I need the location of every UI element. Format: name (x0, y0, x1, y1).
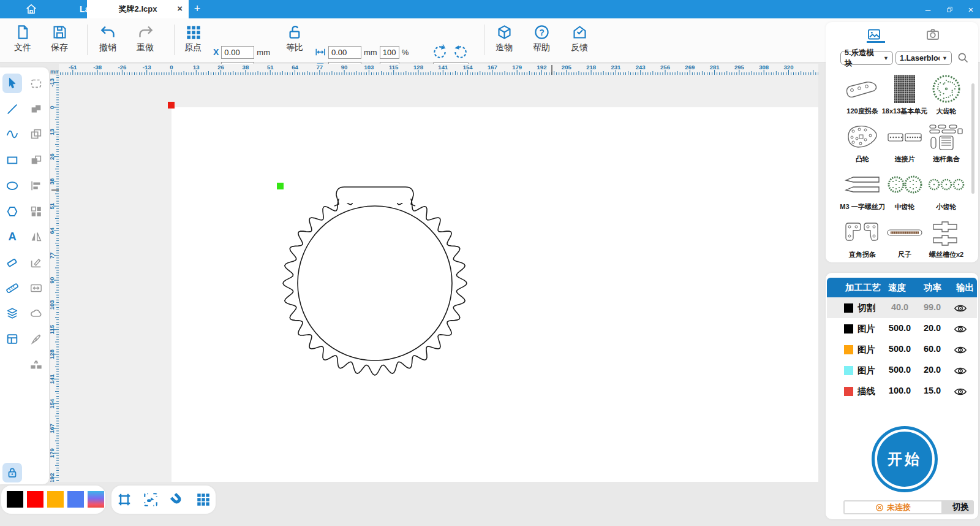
layer-color-swatch[interactable] (844, 345, 853, 354)
color-gradient[interactable] (88, 491, 104, 508)
eraser-tool[interactable] (2, 253, 22, 272)
layers-tool[interactable] (2, 303, 22, 323)
tab-library-images[interactable] (867, 27, 885, 43)
rectangle-tool[interactable] (2, 150, 22, 170)
output-visibility-toggle[interactable] (954, 322, 967, 335)
output-visibility-toggle[interactable] (954, 302, 967, 314)
width-input[interactable] (328, 46, 361, 59)
mirror-tool[interactable] (26, 227, 46, 246)
curve-tool[interactable] (2, 124, 22, 144)
library-item[interactable]: 螺丝槽位x2 (925, 216, 967, 262)
weld-tool[interactable] (26, 99, 46, 119)
fit-selection-icon[interactable] (143, 492, 159, 508)
expand-tool[interactable] (26, 278, 46, 298)
library-item[interactable]: 中齿轮 (884, 168, 925, 215)
power-value[interactable]: 60.0 (917, 344, 948, 354)
process-row[interactable]: 图片500.060.0 (827, 339, 977, 360)
library-item[interactable]: 连接片 (884, 120, 925, 167)
color-orange[interactable] (47, 491, 64, 508)
speed-value[interactable]: 500.0 (884, 323, 915, 333)
new-tab-button[interactable]: + (191, 2, 203, 15)
process-row[interactable]: 图片500.020.0 (827, 360, 977, 381)
drawing-canvas[interactable] (59, 75, 818, 482)
save-button[interactable]: 保存 (42, 24, 77, 53)
power-value[interactable]: 20.0 (917, 365, 948, 375)
angle-draw-tool[interactable] (26, 253, 46, 272)
window-minimize-button[interactable]: – (918, 0, 938, 18)
tab-close-icon[interactable]: × (177, 3, 183, 13)
power-value[interactable]: 99.0 (917, 302, 948, 312)
ellipse-tool[interactable] (2, 176, 22, 196)
work-area[interactable] (172, 107, 818, 482)
layer-color-swatch[interactable] (844, 324, 853, 334)
select-tool[interactable] (2, 74, 22, 93)
process-row[interactable]: 描线100.015.0 (827, 381, 977, 402)
layer-color-swatch[interactable] (844, 387, 853, 396)
proportional-lock-button[interactable]: 等比 (277, 24, 312, 53)
library-scrollbar[interactable] (971, 83, 974, 194)
library-item[interactable]: 120度拐条 (842, 72, 883, 119)
tab-camera[interactable] (925, 27, 944, 43)
subtract-tool[interactable] (26, 150, 46, 170)
break-apart-tool[interactable] (26, 355, 46, 375)
feedback-button[interactable]: 反馈 (562, 24, 597, 53)
speed-value[interactable]: 500.0 (884, 365, 915, 375)
create-button[interactable]: 造物 (486, 24, 522, 53)
connection-switch-button[interactable]: 切换 (952, 501, 969, 513)
power-value[interactable]: 20.0 (917, 323, 948, 333)
origin-button[interactable]: 原点 (175, 24, 211, 53)
text-tool[interactable]: A (2, 227, 22, 246)
color-blue[interactable] (67, 491, 84, 508)
align-tool[interactable] (26, 176, 46, 196)
layer-color-swatch[interactable] (844, 303, 853, 313)
line-tool[interactable] (2, 99, 22, 119)
magnet-icon[interactable] (169, 492, 185, 508)
speed-value[interactable]: 40.0 (884, 302, 915, 312)
library-category-dropdown[interactable]: 5.乐造模块▼ (840, 51, 893, 65)
start-point-marker[interactable] (277, 183, 284, 189)
duplicate-tool[interactable] (26, 124, 46, 144)
library-item[interactable]: 尺子 (884, 216, 925, 262)
library-set-dropdown[interactable]: 1.Laserblock▼ (895, 51, 952, 65)
redo-button[interactable]: 重做 (127, 24, 163, 53)
lock-tool[interactable] (2, 463, 22, 482)
window-restore-button[interactable] (939, 0, 960, 18)
library-item[interactable]: 18x13基本单元 (884, 72, 925, 119)
layer-color-swatch[interactable] (844, 366, 853, 375)
output-visibility-toggle[interactable] (954, 343, 967, 356)
speed-value[interactable]: 100.0 (884, 386, 915, 395)
color-black[interactable] (7, 491, 23, 508)
document-tab[interactable]: 奖牌2.lcpx × (87, 0, 189, 18)
measure-tool[interactable] (2, 278, 22, 298)
width-percent-input[interactable] (380, 46, 399, 59)
node-select-tool[interactable] (26, 74, 46, 93)
path-pen-tool[interactable] (26, 329, 46, 349)
library-item[interactable]: 凸轮 (842, 120, 883, 167)
start-button[interactable]: 开始 (872, 426, 938, 492)
color-red[interactable] (27, 491, 43, 508)
rotate-ccw-button[interactable] (432, 44, 448, 60)
window-close-button[interactable]: × (960, 0, 980, 18)
offset-tool[interactable] (26, 303, 46, 323)
library-item[interactable]: 小齿轮 (925, 168, 967, 215)
arrange-tool[interactable] (26, 202, 46, 221)
rotate-cw-button[interactable] (453, 44, 469, 60)
output-visibility-toggle[interactable] (954, 385, 967, 397)
library-item[interactable]: 直角拐条 (842, 216, 883, 262)
origin-marker[interactable] (168, 102, 175, 109)
library-item[interactable]: 大齿轮 (925, 72, 967, 119)
library-item[interactable]: M3 一字螺丝刀 (842, 168, 883, 215)
grid-icon[interactable] (195, 492, 211, 508)
file-button[interactable]: 文件 (5, 24, 40, 53)
undo-button[interactable]: 撤销 (90, 24, 126, 53)
home-icon[interactable] (24, 2, 38, 16)
speed-value[interactable]: 500.0 (884, 344, 915, 354)
search-icon[interactable] (957, 51, 969, 64)
output-visibility-toggle[interactable] (954, 364, 967, 376)
artboard-icon[interactable] (116, 492, 132, 508)
table-tool[interactable] (2, 329, 22, 349)
power-value[interactable]: 15.0 (917, 386, 948, 395)
x-position-input[interactable] (221, 46, 254, 59)
library-item[interactable]: 连杆集合 (925, 120, 967, 167)
process-row[interactable]: 图片500.020.0 (827, 318, 977, 339)
